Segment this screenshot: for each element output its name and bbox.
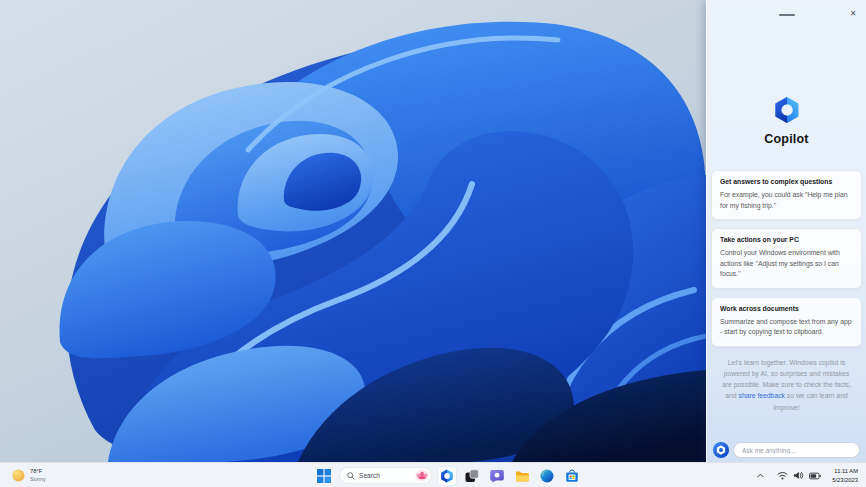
clock-widget[interactable]: 11:11 AM 5/23/2023 xyxy=(830,466,860,484)
windows-desktop-screen: ✕ Copilot Get answers to complex xyxy=(0,0,866,487)
card-get-answers[interactable]: Get answers to complex questions For exa… xyxy=(711,170,862,220)
tray-status-icons[interactable] xyxy=(774,469,824,482)
close-icon[interactable]: ✕ xyxy=(847,8,859,20)
card-body: Control your Windows environment with ac… xyxy=(720,248,853,280)
share-feedback-link[interactable]: share feedback xyxy=(739,392,785,399)
ask-me-anything-input[interactable] xyxy=(733,442,860,458)
taskbar-center-group: Search xyxy=(314,463,582,487)
suggestion-cards: Get answers to complex questions For exa… xyxy=(707,170,866,347)
chevron-up-icon xyxy=(756,471,765,480)
chat-input-row xyxy=(713,442,860,458)
card-body: For example, you could ask "Help me plan… xyxy=(720,190,853,211)
page-title: Copilot xyxy=(707,132,866,146)
taskbar-copilot-button[interactable] xyxy=(437,466,457,486)
copilot-logo-icon xyxy=(773,96,801,124)
card-take-actions[interactable]: Take actions on your PC Control your Win… xyxy=(711,228,862,289)
weather-condition: Sunny xyxy=(30,476,46,483)
start-button[interactable] xyxy=(314,466,334,486)
copilot-panel: ✕ Copilot Get answers to complex xyxy=(706,0,866,462)
sun-icon xyxy=(12,469,25,482)
search-icon xyxy=(347,472,355,480)
chat-icon xyxy=(490,469,504,483)
taskbar-chat-button[interactable] xyxy=(487,466,507,486)
card-work-across-documents[interactable]: Work across documents Summarize and comp… xyxy=(711,297,862,347)
copilot-icon xyxy=(440,469,454,483)
card-body: Summarize and compose text from any app … xyxy=(720,317,853,338)
wifi-icon xyxy=(777,471,788,480)
taskbar-edge-button[interactable] xyxy=(537,466,557,486)
card-title: Work across documents xyxy=(720,305,853,312)
taskbar-task-view-button[interactable] xyxy=(462,466,482,486)
card-title: Take actions on your PC xyxy=(720,236,853,243)
taskbar-store-button[interactable] xyxy=(562,466,582,486)
task-view-icon xyxy=(465,469,479,483)
battery-icon xyxy=(809,472,821,480)
bloom-wallpaper-art xyxy=(0,0,706,462)
file-explorer-icon xyxy=(515,469,529,483)
speaker-icon xyxy=(793,471,804,480)
weather-widget[interactable]: 78°F Sunny xyxy=(9,465,49,486)
card-title: Get answers to complex questions xyxy=(720,178,853,185)
search-box[interactable]: Search xyxy=(339,467,432,484)
taskbar: 78°F Sunny Search xyxy=(0,462,866,487)
weather-temperature: 78°F xyxy=(30,468,46,475)
search-placeholder-label: Search xyxy=(359,472,411,479)
system-tray: 11:11 AM 5/23/2023 xyxy=(753,463,862,487)
drag-handle-icon[interactable] xyxy=(779,14,795,16)
taskbar-file-explorer-button[interactable] xyxy=(512,466,532,486)
desktop-wallpaper xyxy=(0,0,706,462)
store-icon xyxy=(565,469,579,483)
disclaimer-post: so we can learn and improve! xyxy=(773,392,847,410)
search-highlight-flower-icon[interactable] xyxy=(415,469,429,482)
tray-hidden-icons[interactable] xyxy=(753,469,768,482)
edge-icon xyxy=(540,469,554,483)
copilot-badge-icon xyxy=(713,442,729,458)
start-icon xyxy=(317,469,331,483)
ai-disclaimer-text: Let's learn together. Windows copilot is… xyxy=(707,357,866,413)
tray-date: 5/23/2023 xyxy=(832,476,858,484)
tray-time: 11:11 AM xyxy=(832,467,858,475)
